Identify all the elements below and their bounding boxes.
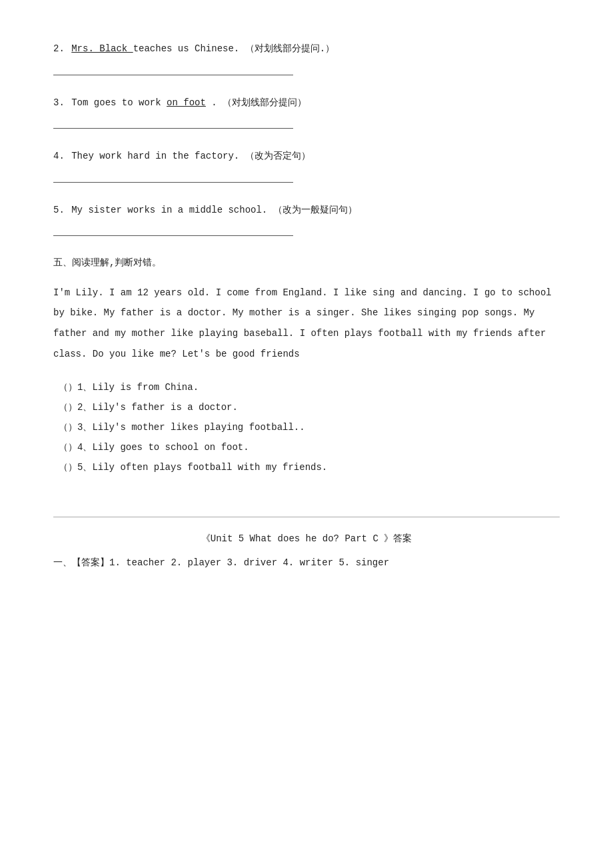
q4-text: They work hard in the factory.	[71, 151, 245, 161]
q4-number: 4.	[53, 151, 65, 161]
judge-1-text: Lily is from China.	[92, 382, 199, 393]
passage-text: I'm Lily. I am 12 years old. I come from…	[53, 287, 552, 359]
q3-dot: .	[206, 97, 223, 108]
question-4: 4. They work hard in the factory. （改为否定句…	[53, 147, 560, 183]
question-5: 5. My sister works in a middle school. （…	[53, 201, 560, 237]
question-2-text: 2. Mrs. Black teaches us Chinese. （对划线部分…	[53, 40, 560, 58]
judge-2: （）2、Lily's father is a doctor.	[53, 398, 560, 417]
answer-part1-content: 1. teacher 2. player 3. driver 4. writer…	[109, 557, 389, 568]
answer-part1-label: 一、【答案】	[53, 557, 109, 568]
question-2: 2. Mrs. Black teaches us Chinese. （对划线部分…	[53, 40, 560, 75]
q2-underlined: Mrs. Black	[71, 43, 133, 54]
judge-3-number: （）3、	[59, 422, 92, 433]
q4-answer-line	[53, 171, 293, 183]
question-5-text: 5. My sister works in a middle school. （…	[53, 201, 560, 219]
question-4-text: 4. They work hard in the factory. （改为否定句…	[53, 147, 560, 165]
q3-answer-line	[53, 117, 293, 129]
judge-4-text: Lily goes to school on foot.	[92, 442, 249, 453]
q2-number: 2.	[53, 43, 65, 54]
q5-instruction: （改为一般疑问句）	[273, 205, 357, 215]
judge-5-text: Lily often plays football with my friend…	[92, 462, 327, 473]
q5-answer-line	[53, 224, 293, 236]
judge-5: （）5、Lily often plays football with my fr…	[53, 458, 560, 477]
judge-1: （）1、Lily is from China.	[53, 378, 560, 397]
q3-number: 3.	[53, 97, 65, 108]
judge-1-number: （）1、	[59, 382, 92, 393]
q2-instruction: （对划线部分提问.）	[245, 43, 334, 54]
q4-instruction: （改为否定句）	[245, 151, 310, 161]
question-3-text: 3. Tom goes to work on foot . （对划线部分提问）	[53, 94, 560, 112]
answer-title: 《Unit 5 What does he do? Part C 》答案	[53, 531, 560, 547]
judge-4-number: （）4、	[59, 442, 92, 453]
question-3: 3. Tom goes to work on foot . （对划线部分提问）	[53, 94, 560, 129]
judge-section: （）1、Lily is from China. （）2、Lily's fathe…	[53, 378, 560, 477]
answer-section: 《Unit 5 What does he do? Part C 》答案 一、【答…	[53, 517, 560, 572]
q5-number: 5.	[53, 205, 65, 215]
q3-instruction: （对划线部分提问）	[223, 97, 306, 108]
judge-5-number: （）5、	[59, 462, 92, 473]
q2-rest: teaches us Chinese.	[133, 43, 245, 54]
judge-4: （）4、Lily goes to school on foot.	[53, 438, 560, 457]
judge-3: （）3、Lily's mother likes playing football…	[53, 418, 560, 437]
q3-underlined: on foot	[167, 97, 206, 108]
judge-3-text: Lily's mother likes playing football..	[92, 422, 305, 433]
judge-2-text: Lily's father is a doctor.	[92, 402, 237, 413]
q3-before: Tom goes to work	[71, 97, 167, 108]
judge-2-number: （）2、	[59, 402, 92, 413]
q2-answer-line	[53, 63, 293, 75]
section5-title: 五、阅读理解,判断对错。	[53, 255, 560, 271]
reading-passage: I'm Lily. I am 12 years old. I come from…	[53, 283, 560, 365]
answer-part1: 一、【答案】1. teacher 2. player 3. driver 4. …	[53, 554, 560, 572]
q5-text: My sister works in a middle school.	[71, 205, 273, 215]
